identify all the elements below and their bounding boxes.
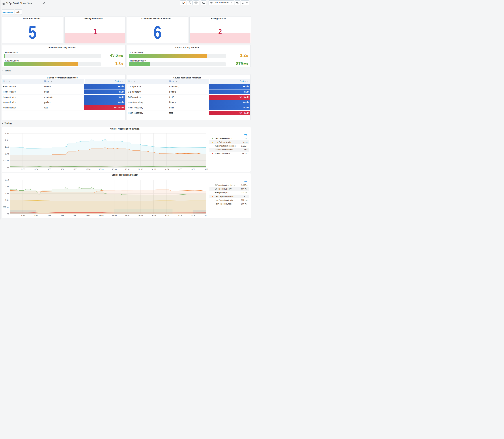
svg-text:16:04: 16:04	[164, 214, 169, 217]
svg-text:16:02: 16:02	[138, 168, 143, 170]
svg-text:16:05: 16:05	[177, 214, 182, 217]
svg-text:16:03: 16:03	[151, 168, 156, 170]
svg-text:2.5 s: 2.5 s	[5, 132, 9, 134]
svg-text:500 ms: 500 ms	[3, 159, 9, 162]
svg-text:15:59: 15:59	[99, 214, 104, 217]
svg-text:16:01: 16:01	[125, 168, 130, 170]
svg-text:16:07: 16:07	[204, 214, 208, 217]
svg-text:15:56: 15:56	[60, 214, 64, 217]
svg-text:15:58: 15:58	[86, 168, 90, 170]
svg-text:16:06: 16:06	[190, 168, 195, 170]
svg-text:15:56: 15:56	[60, 168, 64, 170]
svg-text:15:57: 15:57	[73, 168, 77, 170]
svg-text:16:07: 16:07	[204, 168, 208, 170]
svg-text:16:03: 16:03	[151, 214, 156, 217]
svg-text:2.0 s: 2.0 s	[5, 185, 9, 188]
svg-text:15:54: 15:54	[33, 214, 38, 217]
svg-text:15:59: 15:59	[99, 168, 104, 170]
svg-text:1.5 s: 1.5 s	[5, 146, 9, 148]
svg-text:16:02: 16:02	[138, 214, 143, 217]
svg-text:15:53: 15:53	[20, 214, 25, 217]
svg-text:15:54: 15:54	[33, 168, 38, 170]
svg-text:0 s: 0 s	[7, 213, 9, 215]
svg-text:0 s: 0 s	[7, 166, 9, 168]
svg-text:15:57: 15:57	[73, 214, 77, 217]
svg-text:500 ms: 500 ms	[3, 206, 9, 208]
svg-text:1.0 s: 1.0 s	[5, 153, 9, 155]
svg-text:16:06: 16:06	[190, 214, 195, 217]
svg-text:15:58: 15:58	[86, 214, 90, 217]
svg-text:15:55: 15:55	[47, 214, 51, 217]
svg-text:16:04: 16:04	[164, 168, 169, 170]
svg-text:15:53: 15:53	[20, 168, 25, 170]
svg-text:2.5 s: 2.5 s	[5, 179, 9, 181]
svg-text:1.5 s: 1.5 s	[5, 192, 9, 195]
svg-text:16:05: 16:05	[177, 168, 182, 170]
svg-text:2.0 s: 2.0 s	[5, 139, 9, 141]
svg-text:16:00: 16:00	[112, 168, 117, 170]
svg-text:1.0 s: 1.0 s	[5, 199, 9, 201]
svg-text:15:55: 15:55	[47, 168, 51, 170]
svg-text:16:00: 16:00	[112, 214, 117, 217]
svg-text:16:01: 16:01	[125, 214, 130, 217]
